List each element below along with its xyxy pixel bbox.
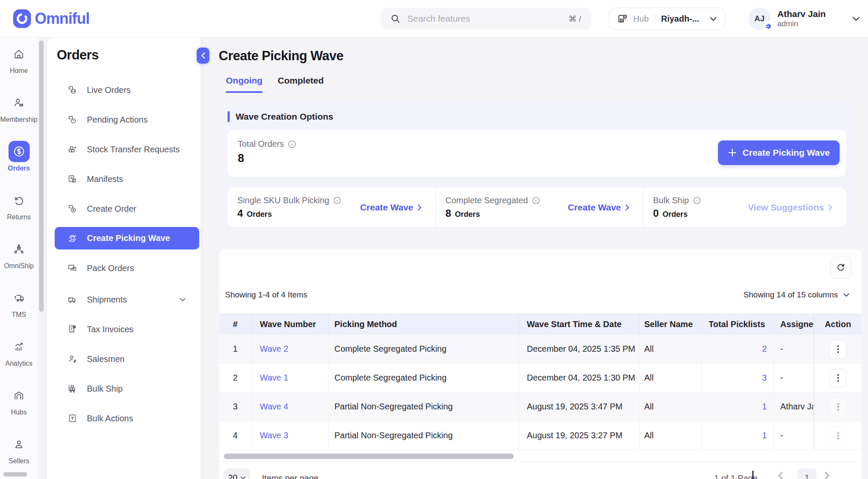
row-actions-kebab-icon[interactable] [829,340,846,359]
columns-selector[interactable]: Showing 14 of 15 columns [743,290,850,300]
picklists-link[interactable]: 2 [762,344,767,354]
sidebar-item-manifests[interactable]: Manifests [47,164,200,194]
omniship-icon [8,238,30,260]
sidebar-item-live-orders[interactable]: Live Orders [47,75,200,105]
picklists-link[interactable]: 3 [762,373,767,383]
top-bar: Omniful ⌘ / Hub Riyadh-... AJ [0,0,868,37]
chevron-down-icon [179,297,186,302]
row-actions-kebab-icon[interactable] [829,426,846,445]
rail-item-analytics[interactable]: Analytics [0,336,38,385]
col-header-wave-start[interactable]: Wave Start Time & Date [519,314,640,335]
rail-item-membership[interactable]: Membership [0,92,38,141]
waves-table: # Wave Number Picking Method Wave Start … [219,314,862,450]
sidebar-item-stock-transfer-requests[interactable]: Stock Transfer Requests [47,134,200,164]
waves-table-card: Showing 1-4 of 4 Items Showing 14 of 15 … [219,249,862,479]
tab-completed[interactable]: Completed [278,76,324,93]
orders-icon [8,141,30,162]
brand-logo[interactable]: Omniful [13,8,89,29]
row-actions-kebab-icon[interactable] [829,369,846,387]
rail-horizontal-scrollbar[interactable] [3,472,27,476]
user-menu[interactable]: AJ Atharv Jain admin [748,7,860,30]
hub-divider [655,13,655,24]
col-header-index[interactable]: # [219,314,252,335]
picklists-link[interactable]: 1 [762,431,767,440]
refresh-icon [836,263,846,273]
chevron-right-icon [625,204,629,211]
live-orders-icon [67,85,78,95]
option-complete-segregated: Complete Segregated 8 Orders Create Wave [436,188,643,227]
total-orders-block: Total Orders 8 [238,139,296,165]
col-header-seller-name[interactable]: Seller Name [640,314,702,335]
sidebar-item-create-order[interactable]: Create Order [47,194,200,224]
user-role: admin [777,20,852,28]
sidebar-menu: Live Orders Pending Actions Stock Transf… [47,75,200,433]
create-wave-link[interactable]: Create Wave [568,202,629,213]
table-horizontal-scrollbar[interactable] [224,454,514,459]
gear-icon [763,21,773,31]
rail-item-omniship[interactable]: OmniShip [0,238,38,287]
rail-item-tms[interactable]: TMS [0,287,38,336]
info-icon[interactable] [532,196,540,204]
rail-item-returns[interactable]: Returns [0,190,38,238]
rail-item-hubs[interactable]: Hubs [0,385,38,434]
global-search[interactable]: ⌘ / [381,8,591,30]
chevron-down-icon [843,293,850,297]
chevron-left-icon [201,52,206,59]
sidebar-item-pending-actions[interactable]: Pending Actions [47,105,200,134]
accent-bar [228,111,230,122]
sidebar-item-pack-orders[interactable]: Pack Orders [47,253,200,283]
rail-item-orders[interactable]: Orders [0,141,38,190]
view-suggestions-link[interactable]: View Suggestions [748,202,832,213]
table-row: 3 Wave 4 Partial Non-Segregated Picking … [219,392,862,421]
page-title: Create Picking Wave [219,48,868,64]
next-page-button[interactable] [824,471,830,479]
sidebar-item-create-picking-wave[interactable]: Create Picking Wave [55,227,199,249]
sellers-icon [8,434,30,455]
info-icon[interactable] [333,196,341,204]
hub-value: Riyadh-... [661,14,709,24]
sidebar-item-bulk-actions[interactable]: Bulk Actions [47,403,200,433]
sidebar-item-tax-invoices[interactable]: Tax Invoices [47,314,200,344]
user-meta: Atharv Jain admin [777,9,852,28]
sidebar-item-salesmen[interactable]: Salesmen [47,344,200,374]
wave-creation-options-panel: Wave Creation Options Total Orders 8 [224,102,851,229]
chevron-down-icon [852,16,860,21]
create-picking-wave-button[interactable]: Create Picking Wave [718,140,840,165]
sidebar-item-bulk-ship[interactable]: Bulk Ship [47,374,200,403]
sidebar-vertical-scrollbar[interactable] [39,40,44,312]
create-wave-link[interactable]: Create Wave [360,202,422,213]
search-input[interactable] [407,14,568,24]
col-header-picking-method[interactable]: Picking Method [328,314,519,335]
chevron-right-icon [828,204,832,211]
search-shortcut: ⌘ / [568,14,581,24]
rail-item-home[interactable]: Home [0,43,38,92]
col-header-total-picklists[interactable]: Total Picklists [702,314,774,335]
avatar: AJ [748,8,771,30]
row-actions-kebab-icon[interactable] [829,398,846,416]
col-header-assignee[interactable]: Assignee [774,314,814,335]
sidebar-item-shipments[interactable]: Shipments [47,285,200,314]
omniful-logo-icon [13,8,31,29]
previous-page-button[interactable] [778,471,783,479]
refresh-button[interactable] [830,257,852,279]
plus-icon [728,148,737,157]
wave-link[interactable]: Wave 1 [260,373,288,383]
items-count-text: Showing 1-4 of 4 Items [225,290,307,300]
info-icon[interactable] [693,196,701,204]
tab-ongoing[interactable]: Ongoing [226,76,262,93]
picklists-link[interactable]: 1 [762,402,767,412]
wave-link[interactable]: Wave 3 [260,431,288,440]
hub-selector[interactable]: Hub Riyadh-... [609,8,725,30]
sidebar-collapse-button[interactable] [197,48,209,64]
info-icon[interactable] [288,140,296,148]
option-single-sku-bulk-picking: Single SKU Bulk Picking 4 Orders Create … [228,188,436,227]
items-per-page-label: Items per page [262,473,318,479]
items-per-page-select[interactable]: 20 [224,468,250,479]
total-orders-card: Total Orders 8 Create Picking Wave [228,130,846,177]
manifests-icon [67,174,78,184]
wave-link[interactable]: Wave 4 [260,402,288,412]
col-header-wave-number[interactable]: Wave Number [252,314,328,335]
wave-link[interactable]: Wave 2 [260,344,288,354]
pending-actions-icon [67,115,78,125]
current-page-input[interactable]: 1 [798,468,816,479]
